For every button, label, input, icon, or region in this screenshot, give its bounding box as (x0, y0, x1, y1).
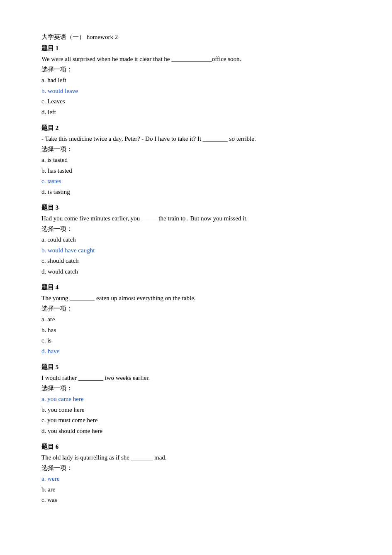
option-q2-3[interactable]: c. tastes (41, 176, 351, 187)
option-q3-1[interactable]: a. could catch (41, 235, 351, 245)
option-q6-3[interactable]: c. was (41, 495, 351, 506)
question-block-3: 题目 3Had you come five minutes earlier, y… (41, 204, 351, 277)
question-text-4: The young ________ eaten up almost every… (41, 293, 351, 303)
option-q5-4[interactable]: d. you should come here (41, 426, 351, 437)
option-q3-3[interactable]: c. should catch (41, 256, 351, 266)
option-q5-3[interactable]: c. you must come here (41, 415, 351, 426)
option-q6-2[interactable]: b. are (41, 484, 351, 495)
select-prompt-1: 选择一项： (41, 66, 351, 73)
select-prompt-6: 选择一项： (41, 464, 351, 472)
page-container: 大学英语（一） homework 2 题目 1We were all surpr… (0, 0, 392, 555)
option-q3-2[interactable]: b. would have caught (41, 245, 351, 256)
question-header-6: 题目 6 (41, 443, 351, 451)
questions-container: 题目 1We were all surprised when he made i… (41, 44, 351, 506)
question-block-2: 题目 2- Take this medicine twice a day, Pe… (41, 124, 351, 197)
option-q1-2[interactable]: b. would leave (41, 86, 351, 97)
option-q6-1[interactable]: a. were (41, 474, 351, 484)
question-text-3: Had you come five minutes earlier, you _… (41, 213, 351, 223)
option-q4-4[interactable]: d. have (41, 346, 351, 357)
option-q4-1[interactable]: a. are (41, 314, 351, 325)
question-text-2: - Take this medicine twice a day, Peter?… (41, 134, 351, 144)
option-q4-2[interactable]: b. has (41, 325, 351, 336)
question-block-6: 题目 6The old lady is quarrelling as if sh… (41, 443, 351, 506)
question-block-5: 题目 5I would rather ________ two weeks ea… (41, 363, 351, 436)
question-header-4: 题目 4 (41, 284, 351, 291)
select-prompt-2: 选择一项： (41, 145, 351, 153)
select-prompt-4: 选择一项： (41, 305, 351, 313)
question-text-5: I would rather ________ two weeks earlie… (41, 373, 351, 383)
option-q1-3[interactable]: c. Leaves (41, 96, 351, 107)
option-q4-3[interactable]: c. is (41, 335, 351, 346)
option-q5-2[interactable]: b. you come here (41, 405, 351, 416)
option-q2-2[interactable]: b. has tasted (41, 166, 351, 176)
select-prompt-5: 选择一项： (41, 384, 351, 392)
option-q3-4[interactable]: d. would catch (41, 266, 351, 277)
question-block-4: 题目 4The young ________ eaten up almost e… (41, 284, 351, 357)
option-q2-1[interactable]: a. is tasted (41, 155, 351, 166)
option-q2-4[interactable]: d. is tasting (41, 187, 351, 198)
page-title: 大学英语（一） homework 2 (41, 33, 351, 41)
option-q1-1[interactable]: a. had left (41, 75, 351, 86)
question-header-3: 题目 3 (41, 204, 351, 212)
question-block-1: 题目 1We were all surprised when he made i… (41, 44, 351, 117)
question-header-5: 题目 5 (41, 363, 351, 371)
option-q1-4[interactable]: d. left (41, 107, 351, 118)
question-header-2: 题目 2 (41, 124, 351, 132)
question-header-1: 题目 1 (41, 44, 351, 52)
question-text-1: We were all surprised when he made it cl… (41, 54, 351, 64)
select-prompt-3: 选择一项： (41, 225, 351, 233)
option-q5-1[interactable]: a. you came here (41, 394, 351, 405)
question-text-6: The old lady is quarrelling as if she __… (41, 452, 351, 462)
